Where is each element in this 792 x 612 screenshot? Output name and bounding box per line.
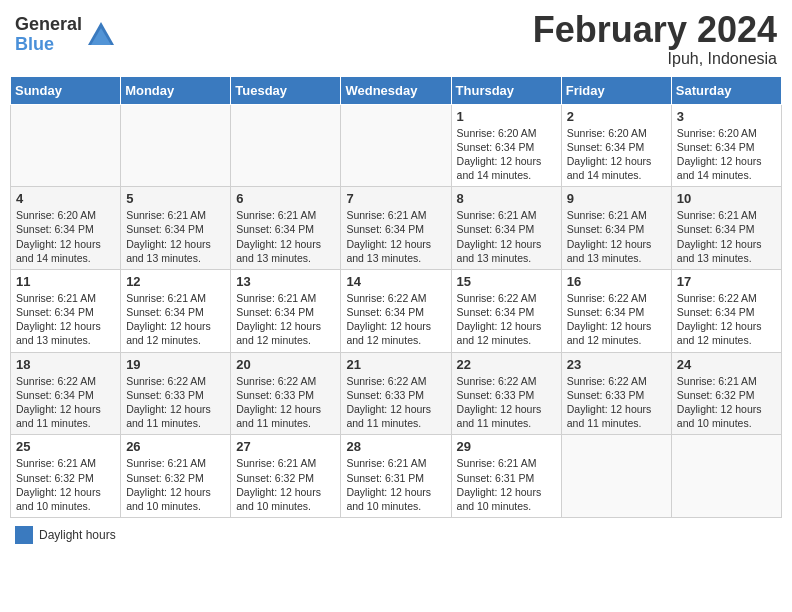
day-number: 1 (457, 109, 556, 124)
day-info: Sunrise: 6:21 AM Sunset: 6:34 PM Dayligh… (677, 208, 776, 265)
calendar-day-cell: 17Sunrise: 6:22 AM Sunset: 6:34 PM Dayli… (671, 269, 781, 352)
day-number: 24 (677, 357, 776, 372)
day-info: Sunrise: 6:22 AM Sunset: 6:33 PM Dayligh… (236, 374, 335, 431)
calendar-day-cell: 1Sunrise: 6:20 AM Sunset: 6:34 PM Daylig… (451, 104, 561, 187)
day-info: Sunrise: 6:22 AM Sunset: 6:34 PM Dayligh… (457, 291, 556, 348)
day-number: 2 (567, 109, 666, 124)
calendar-day-cell: 3Sunrise: 6:20 AM Sunset: 6:34 PM Daylig… (671, 104, 781, 187)
day-info: Sunrise: 6:22 AM Sunset: 6:34 PM Dayligh… (346, 291, 445, 348)
calendar-day-cell: 6Sunrise: 6:21 AM Sunset: 6:34 PM Daylig… (231, 187, 341, 270)
day-number: 4 (16, 191, 115, 206)
day-info: Sunrise: 6:21 AM Sunset: 6:34 PM Dayligh… (126, 291, 225, 348)
calendar-day-cell: 16Sunrise: 6:22 AM Sunset: 6:34 PM Dayli… (561, 269, 671, 352)
logo: General Blue (15, 15, 116, 55)
month-title: February 2024 (533, 10, 777, 50)
day-info: Sunrise: 6:22 AM Sunset: 6:34 PM Dayligh… (567, 291, 666, 348)
location: Ipuh, Indonesia (533, 50, 777, 68)
calendar-day-cell (121, 104, 231, 187)
calendar-week-row: 4Sunrise: 6:20 AM Sunset: 6:34 PM Daylig… (11, 187, 782, 270)
day-info: Sunrise: 6:21 AM Sunset: 6:34 PM Dayligh… (236, 291, 335, 348)
day-info: Sunrise: 6:21 AM Sunset: 6:34 PM Dayligh… (346, 208, 445, 265)
day-info: Sunrise: 6:22 AM Sunset: 6:34 PM Dayligh… (677, 291, 776, 348)
legend-box (15, 526, 33, 544)
day-info: Sunrise: 6:21 AM Sunset: 6:32 PM Dayligh… (16, 456, 115, 513)
day-number: 9 (567, 191, 666, 206)
header-day: Tuesday (231, 76, 341, 104)
calendar-day-cell: 10Sunrise: 6:21 AM Sunset: 6:34 PM Dayli… (671, 187, 781, 270)
calendar-day-cell: 19Sunrise: 6:22 AM Sunset: 6:33 PM Dayli… (121, 352, 231, 435)
day-number: 19 (126, 357, 225, 372)
day-number: 10 (677, 191, 776, 206)
day-number: 13 (236, 274, 335, 289)
calendar-day-cell: 23Sunrise: 6:22 AM Sunset: 6:33 PM Dayli… (561, 352, 671, 435)
day-number: 3 (677, 109, 776, 124)
calendar-table: SundayMondayTuesdayWednesdayThursdayFrid… (10, 76, 782, 518)
day-number: 7 (346, 191, 445, 206)
calendar-day-cell: 9Sunrise: 6:21 AM Sunset: 6:34 PM Daylig… (561, 187, 671, 270)
header-row: SundayMondayTuesdayWednesdayThursdayFrid… (11, 76, 782, 104)
logo-general: General (15, 15, 82, 35)
header-day: Sunday (11, 76, 121, 104)
calendar-day-cell: 14Sunrise: 6:22 AM Sunset: 6:34 PM Dayli… (341, 269, 451, 352)
header-day: Saturday (671, 76, 781, 104)
day-info: Sunrise: 6:21 AM Sunset: 6:31 PM Dayligh… (457, 456, 556, 513)
calendar-day-cell: 15Sunrise: 6:22 AM Sunset: 6:34 PM Dayli… (451, 269, 561, 352)
calendar-day-cell: 4Sunrise: 6:20 AM Sunset: 6:34 PM Daylig… (11, 187, 121, 270)
calendar-day-cell: 20Sunrise: 6:22 AM Sunset: 6:33 PM Dayli… (231, 352, 341, 435)
calendar-week-row: 1Sunrise: 6:20 AM Sunset: 6:34 PM Daylig… (11, 104, 782, 187)
calendar-day-cell (231, 104, 341, 187)
day-number: 14 (346, 274, 445, 289)
calendar-day-cell (11, 104, 121, 187)
calendar-week-row: 18Sunrise: 6:22 AM Sunset: 6:34 PM Dayli… (11, 352, 782, 435)
calendar-day-cell: 5Sunrise: 6:21 AM Sunset: 6:34 PM Daylig… (121, 187, 231, 270)
logo-blue: Blue (15, 35, 82, 55)
day-number: 16 (567, 274, 666, 289)
day-info: Sunrise: 6:21 AM Sunset: 6:34 PM Dayligh… (567, 208, 666, 265)
calendar-day-cell: 27Sunrise: 6:21 AM Sunset: 6:32 PM Dayli… (231, 435, 341, 518)
calendar-day-cell: 21Sunrise: 6:22 AM Sunset: 6:33 PM Dayli… (341, 352, 451, 435)
calendar-day-cell (341, 104, 451, 187)
day-number: 11 (16, 274, 115, 289)
day-number: 18 (16, 357, 115, 372)
day-number: 5 (126, 191, 225, 206)
day-info: Sunrise: 6:22 AM Sunset: 6:34 PM Dayligh… (16, 374, 115, 431)
day-number: 29 (457, 439, 556, 454)
header-day: Monday (121, 76, 231, 104)
day-info: Sunrise: 6:22 AM Sunset: 6:33 PM Dayligh… (346, 374, 445, 431)
day-number: 27 (236, 439, 335, 454)
day-info: Sunrise: 6:22 AM Sunset: 6:33 PM Dayligh… (126, 374, 225, 431)
calendar-day-cell: 25Sunrise: 6:21 AM Sunset: 6:32 PM Dayli… (11, 435, 121, 518)
day-number: 23 (567, 357, 666, 372)
calendar-day-cell: 18Sunrise: 6:22 AM Sunset: 6:34 PM Dayli… (11, 352, 121, 435)
day-info: Sunrise: 6:21 AM Sunset: 6:34 PM Dayligh… (126, 208, 225, 265)
day-number: 26 (126, 439, 225, 454)
calendar-day-cell: 12Sunrise: 6:21 AM Sunset: 6:34 PM Dayli… (121, 269, 231, 352)
calendar-day-cell: 7Sunrise: 6:21 AM Sunset: 6:34 PM Daylig… (341, 187, 451, 270)
day-number: 22 (457, 357, 556, 372)
day-info: Sunrise: 6:21 AM Sunset: 6:32 PM Dayligh… (126, 456, 225, 513)
header-day: Thursday (451, 76, 561, 104)
day-number: 15 (457, 274, 556, 289)
day-info: Sunrise: 6:20 AM Sunset: 6:34 PM Dayligh… (677, 126, 776, 183)
day-number: 20 (236, 357, 335, 372)
day-info: Sunrise: 6:21 AM Sunset: 6:32 PM Dayligh… (236, 456, 335, 513)
calendar-day-cell: 26Sunrise: 6:21 AM Sunset: 6:32 PM Dayli… (121, 435, 231, 518)
day-number: 21 (346, 357, 445, 372)
legend: Daylight hours (10, 526, 782, 544)
day-info: Sunrise: 6:21 AM Sunset: 6:34 PM Dayligh… (16, 291, 115, 348)
calendar-day-cell: 11Sunrise: 6:21 AM Sunset: 6:34 PM Dayli… (11, 269, 121, 352)
day-number: 28 (346, 439, 445, 454)
calendar-day-cell: 2Sunrise: 6:20 AM Sunset: 6:34 PM Daylig… (561, 104, 671, 187)
calendar-day-cell: 22Sunrise: 6:22 AM Sunset: 6:33 PM Dayli… (451, 352, 561, 435)
day-info: Sunrise: 6:22 AM Sunset: 6:33 PM Dayligh… (567, 374, 666, 431)
calendar-day-cell (671, 435, 781, 518)
title-block: February 2024 Ipuh, Indonesia (533, 10, 777, 68)
day-info: Sunrise: 6:20 AM Sunset: 6:34 PM Dayligh… (16, 208, 115, 265)
calendar-week-row: 11Sunrise: 6:21 AM Sunset: 6:34 PM Dayli… (11, 269, 782, 352)
page-header: General Blue February 2024 Ipuh, Indones… (10, 10, 782, 68)
day-number: 8 (457, 191, 556, 206)
day-number: 6 (236, 191, 335, 206)
calendar-day-cell: 29Sunrise: 6:21 AM Sunset: 6:31 PM Dayli… (451, 435, 561, 518)
calendar-day-cell: 28Sunrise: 6:21 AM Sunset: 6:31 PM Dayli… (341, 435, 451, 518)
day-info: Sunrise: 6:21 AM Sunset: 6:31 PM Dayligh… (346, 456, 445, 513)
